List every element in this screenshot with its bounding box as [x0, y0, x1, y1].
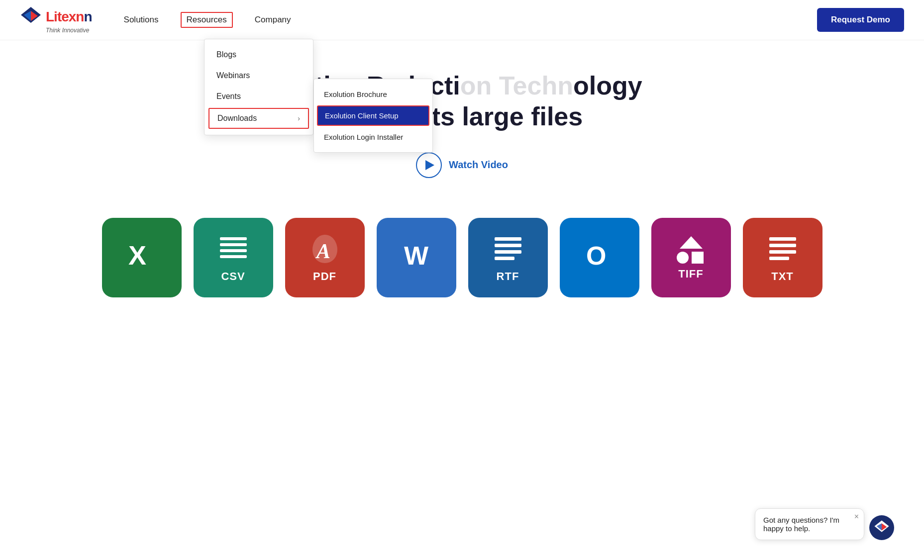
- nav-solutions[interactable]: Solutions: [122, 12, 161, 28]
- svg-rect-7: [220, 255, 247, 258]
- downloads-submenu: Exolution Brochure Exolution Client Setu…: [313, 79, 433, 153]
- watch-video-label: Watch Video: [449, 159, 508, 171]
- logo-area[interactable]: Litexnn Think Innovative: [20, 6, 92, 34]
- submenu-item-client-setup[interactable]: Exolution Client Setup: [317, 105, 429, 126]
- svg-rect-12: [495, 250, 521, 254]
- svg-text:A: A: [315, 240, 330, 263]
- svg-rect-17: [692, 252, 704, 264]
- svg-rect-6: [220, 249, 247, 252]
- svg-rect-5: [220, 243, 247, 246]
- word-icon: W: [399, 239, 434, 274]
- resources-dropdown: Blogs Webinars Events Downloads › Exolut…: [204, 39, 433, 135]
- csv-icon: [216, 232, 251, 267]
- svg-rect-13: [495, 257, 514, 260]
- rtf-label: RTF: [497, 270, 519, 283]
- svg-rect-10: [495, 237, 521, 241]
- file-icon-tiff[interactable]: TIFF: [651, 218, 731, 297]
- close-icon[interactable]: ×: [854, 513, 859, 521]
- file-icon-pdf[interactable]: A PDF: [285, 218, 365, 297]
- csv-label: CSV: [221, 270, 245, 283]
- nav-resources[interactable]: Resources: [181, 12, 233, 28]
- dropdown-item-blogs[interactable]: Blogs: [205, 44, 313, 65]
- tiff-icon: [674, 235, 709, 265]
- submenu-item-login-installer[interactable]: Exolution Login Installer: [314, 127, 432, 147]
- logo-text: Litexnn: [46, 9, 92, 25]
- request-demo-button[interactable]: Request Demo: [817, 8, 904, 32]
- chat-widget: × Got any questions? I'm happy to help.: [755, 508, 894, 540]
- submenu-item-brochure[interactable]: Exolution Brochure: [314, 84, 432, 104]
- file-icons-row: X CSV A PDF W: [0, 198, 924, 297]
- svg-rect-19: [769, 244, 796, 247]
- svg-point-16: [677, 252, 689, 264]
- resources-dropdown-menu: Blogs Webinars Events Downloads ›: [204, 39, 313, 135]
- svg-rect-21: [769, 257, 789, 260]
- svg-marker-15: [680, 236, 703, 249]
- chat-bubble: × Got any questions? I'm happy to help.: [755, 508, 864, 540]
- file-icon-outlook[interactable]: O: [560, 218, 639, 297]
- pdf-icon: A: [308, 232, 342, 267]
- svg-rect-18: [769, 237, 796, 241]
- logo-icon: [20, 6, 42, 28]
- dropdown-item-downloads[interactable]: Downloads ›: [208, 108, 309, 129]
- svg-text:X: X: [128, 240, 146, 270]
- nav-links: Solutions Resources Company: [122, 12, 817, 28]
- svg-text:O: O: [586, 241, 606, 270]
- rtf-icon: [491, 232, 525, 267]
- file-icon-word[interactable]: W: [377, 218, 456, 297]
- svg-rect-20: [769, 250, 796, 254]
- txt-icon: [765, 232, 800, 267]
- outlook-icon: O: [582, 239, 617, 274]
- svg-rect-11: [495, 244, 521, 247]
- file-icon-txt[interactable]: TXT: [743, 218, 822, 297]
- svg-rect-4: [220, 237, 247, 240]
- chat-avatar[interactable]: [869, 515, 894, 540]
- txt-label: TXT: [771, 270, 794, 283]
- chevron-right-icon: ›: [298, 114, 300, 122]
- main-content: Native Redaction Technology Supports lar…: [0, 40, 924, 198]
- navbar: Litexnn Think Innovative Solutions Resou…: [0, 0, 924, 40]
- chat-message: Got any questions? I'm happy to help.: [763, 516, 839, 533]
- svg-text:W: W: [404, 241, 429, 270]
- nav-company[interactable]: Company: [253, 12, 293, 28]
- tiff-label: TIFF: [678, 268, 703, 280]
- play-triangle-icon: [425, 160, 434, 170]
- watch-video-button[interactable]: Watch Video: [416, 152, 508, 178]
- play-circle-icon: [416, 152, 442, 178]
- logo-tagline: Think Innovative: [46, 27, 89, 34]
- excel-icon: X: [124, 239, 159, 274]
- chat-avatar-icon: [874, 520, 890, 536]
- dropdown-item-webinars[interactable]: Webinars: [205, 65, 313, 86]
- file-icon-excel[interactable]: X: [102, 218, 182, 297]
- file-icon-rtf[interactable]: RTF: [468, 218, 548, 297]
- pdf-label: PDF: [313, 270, 336, 283]
- file-icon-csv[interactable]: CSV: [194, 218, 273, 297]
- dropdown-item-events[interactable]: Events: [205, 86, 313, 107]
